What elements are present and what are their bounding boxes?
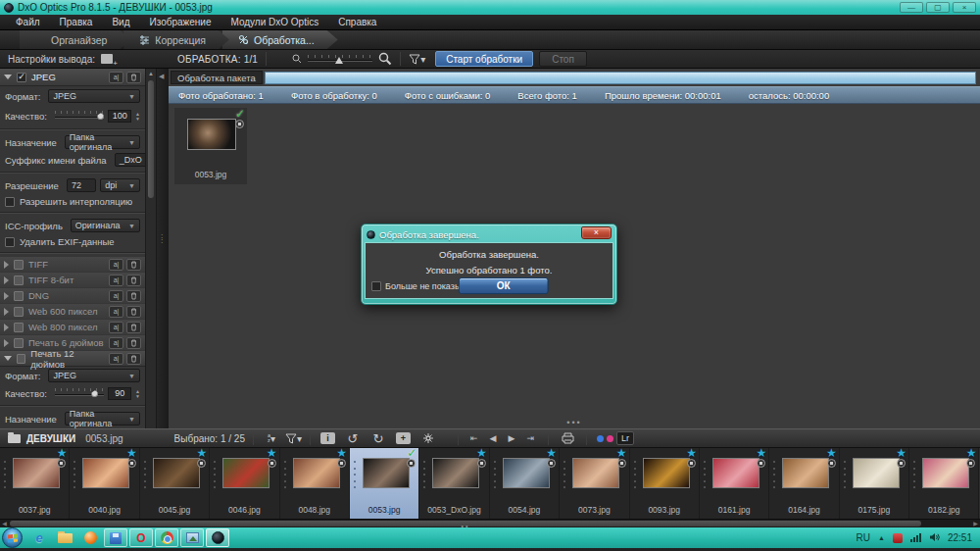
photo-thumbnail[interactable]: [187, 119, 236, 150]
print12-format-dropdown[interactable]: JPEG ▼: [48, 369, 140, 382]
rating-dots[interactable]: [354, 461, 356, 488]
thumb-image[interactable]: [853, 458, 900, 488]
filmstrip-thumbnail[interactable]: ★ ✓ 0093.jpg: [630, 448, 700, 519]
jpeg-section-header[interactable]: ✓ JPEG a|: [0, 69, 145, 86]
start-processing-button[interactable]: Старт обработки: [435, 51, 533, 67]
output-format-section[interactable]: DNG a|: [0, 288, 145, 303]
dxo-taskbar-icon[interactable]: [206, 528, 229, 547]
internet-explorer-icon[interactable]: e: [27, 528, 51, 547]
stop-button[interactable]: Стоп: [539, 51, 587, 67]
print12-destination-dropdown[interactable]: Папка оригинала ▼: [65, 412, 140, 426]
scrollbar-thumb[interactable]: ••: [10, 521, 921, 526]
media-player-icon[interactable]: [78, 528, 102, 547]
zoom-out-icon[interactable]: [292, 54, 302, 64]
filmstrip-thumbnail[interactable]: ★ ✓ 0161.jpg: [700, 448, 769, 519]
print12-enable-checkbox[interactable]: [17, 354, 25, 364]
add-button[interactable]: +: [396, 432, 411, 444]
output-format-section[interactable]: TIFF a|: [0, 257, 145, 272]
quality-value[interactable]: 100: [108, 110, 131, 123]
delete-preset-icon[interactable]: [126, 259, 141, 271]
thumbnail-zoom-slider[interactable]: [308, 55, 372, 63]
rename-preset-icon[interactable]: a|: [109, 72, 123, 83]
panel-splitter[interactable]: ◀ ∶∶: [157, 69, 169, 428]
thumb-image[interactable]: [153, 458, 200, 488]
rating-dots[interactable]: [4, 461, 6, 488]
nav-next-icon[interactable]: ▶: [508, 433, 514, 443]
delete-preset-icon[interactable]: [126, 353, 141, 365]
volume-icon[interactable]: [929, 532, 940, 544]
tab-correction[interactable]: Коррекция: [123, 30, 229, 49]
delete-preset-icon[interactable]: [126, 72, 141, 83]
sidebar-scrollbar[interactable]: ▲: [145, 69, 156, 428]
rename-preset-icon[interactable]: a|: [109, 259, 123, 271]
rating-dots[interactable]: [214, 461, 216, 488]
delete-preset-icon[interactable]: [126, 337, 141, 349]
format-enable-checkbox[interactable]: [14, 276, 24, 285]
rating-dots[interactable]: [564, 461, 565, 488]
filmstrip-scrollbar[interactable]: ◀ •• ▶: [0, 519, 980, 527]
start-button[interactable]: [2, 527, 23, 548]
filmstrip-thumbnail[interactable]: ★ ✓ 0182.jpg: [909, 448, 979, 519]
antivirus-tray-icon[interactable]: [893, 533, 903, 543]
collapse-panel-icon[interactable]: ◀: [159, 73, 164, 80]
destination-dropdown[interactable]: Папка оригинала ▼: [65, 135, 140, 149]
thumb-image[interactable]: [712, 458, 760, 488]
explorer-folder-icon[interactable]: [53, 528, 76, 547]
format-enable-checkbox[interactable]: [14, 260, 24, 270]
rating-dots[interactable]: [704, 461, 706, 488]
thumb-image[interactable]: [572, 458, 619, 488]
print12-quality-value[interactable]: 90: [108, 387, 131, 400]
quality-stepper[interactable]: ▲▼: [135, 112, 140, 121]
filter-button[interactable]: ▾: [285, 431, 302, 445]
format-dropdown[interactable]: JPEG ▼: [48, 89, 140, 103]
thumb-image[interactable]: [13, 458, 60, 488]
rename-preset-icon[interactable]: a|: [109, 337, 123, 349]
format-enable-checkbox[interactable]: [14, 291, 24, 301]
expand-arrow-icon[interactable]: [4, 324, 9, 331]
rating-dots[interactable]: [494, 461, 496, 488]
rating-dots[interactable]: [74, 461, 75, 488]
delete-preset-icon[interactable]: [126, 322, 141, 333]
thumb-image[interactable]: [82, 458, 129, 488]
network-icon[interactable]: [910, 533, 921, 542]
rename-preset-icon[interactable]: a|: [109, 353, 123, 365]
rating-dots[interactable]: [773, 461, 775, 488]
rename-preset-icon[interactable]: a|: [109, 290, 123, 302]
expand-arrow-icon[interactable]: [4, 276, 9, 284]
scroll-left-icon[interactable]: ◀: [0, 520, 9, 528]
thumb-image[interactable]: [222, 458, 270, 488]
minimize-icon[interactable]: —: [900, 2, 923, 13]
filmstrip-thumbnail[interactable]: ★ ✓ 0037.jpg: [0, 448, 70, 519]
expand-arrow-icon[interactable]: [4, 261, 9, 269]
nav-first-icon[interactable]: ⇤: [470, 433, 478, 443]
quality-slider[interactable]: [55, 111, 105, 121]
rename-preset-icon[interactable]: a|: [109, 275, 123, 286]
filmstrip-thumbnail[interactable]: ★ ✓ 0046.jpg: [210, 448, 279, 519]
delete-preset-icon[interactable]: [126, 275, 141, 286]
rating-dots[interactable]: [423, 461, 425, 488]
expand-arrow-icon[interactable]: [4, 339, 9, 347]
processed-photo-tile[interactable]: ✓ 0053.jpg: [174, 108, 247, 184]
settings-gear-icon[interactable]: [420, 431, 436, 445]
output-format-section[interactable]: Web 600 пиксел a|: [0, 304, 145, 319]
scrollbar-thumb[interactable]: [148, 80, 154, 198]
opera-icon[interactable]: O: [129, 528, 153, 547]
thumb-image[interactable]: [503, 458, 550, 488]
rename-preset-icon[interactable]: a|: [109, 322, 123, 333]
delete-preset-icon[interactable]: [126, 290, 141, 302]
thumb-image[interactable]: [293, 458, 340, 488]
lightroom-export-button[interactable]: Lr: [616, 431, 634, 445]
collapse-arrow-icon[interactable]: [4, 356, 12, 361]
print12-quality-slider[interactable]: [55, 388, 105, 398]
delete-preset-icon[interactable]: [126, 306, 141, 318]
resolution-unit-dropdown[interactable]: dpi ▼: [100, 178, 140, 192]
thumb-image[interactable]: [782, 458, 829, 488]
quality-stepper[interactable]: ▲▼: [135, 389, 140, 398]
menu-item[interactable]: Справка: [328, 17, 386, 27]
filmstrip-thumbnail[interactable]: ★ ✓ 0053_DxO.jpg: [419, 448, 489, 519]
zoom-slider-thumb[interactable]: [335, 57, 343, 64]
format-enable-checkbox[interactable]: [14, 307, 24, 317]
filmstrip-thumbnail[interactable]: ★ ✓ 0048.jpg: [280, 448, 350, 519]
menu-item[interactable]: Файл: [6, 17, 50, 27]
filmstrip-thumbnail[interactable]: ★ ✓ 0175.jpg: [840, 448, 909, 519]
